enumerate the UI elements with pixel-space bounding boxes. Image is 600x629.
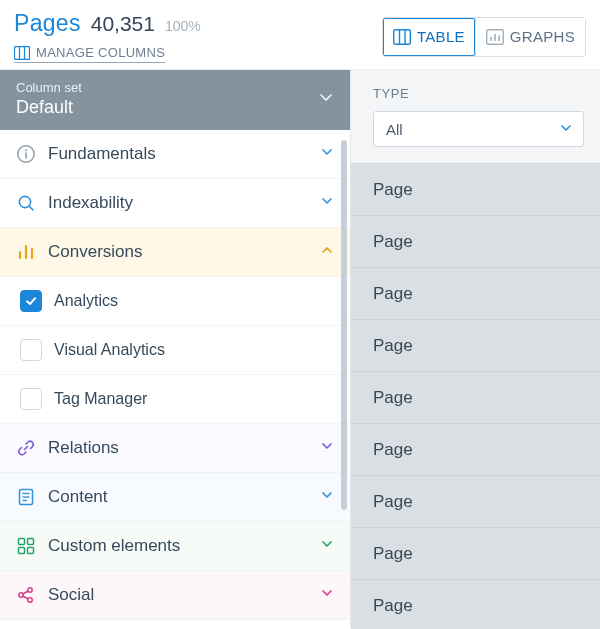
manage-columns-label: MANAGE COLUMNS [36,45,165,60]
checkbox-tag-manager[interactable]: Tag Manager [0,375,350,424]
checkbox-unchecked-icon [20,339,42,361]
link-icon [16,438,36,458]
content-pane: TYPE All Page Page Page Page Page Page P… [350,70,600,628]
header: Pages 40,351 100% MANAGE COLUMNS TABLE G… [0,0,600,69]
row-type: Page [373,284,413,304]
svg-rect-24 [19,548,25,554]
bar-chart-icon [16,242,36,262]
category-label: Indexability [48,193,308,213]
table-row[interactable]: Page [351,164,600,216]
svg-point-27 [28,588,32,592]
filter-area: TYPE All [351,70,600,163]
table-row[interactable]: Page [351,372,600,424]
svg-point-28 [28,598,32,602]
chevron-down-icon [320,585,334,605]
category-content[interactable]: Content [0,473,350,522]
svg-line-30 [23,596,28,599]
svg-rect-0 [15,46,30,59]
column-set-value: Default [16,97,318,118]
row-type: Page [373,440,413,460]
table-view-label: TABLE [417,28,465,45]
chevron-down-icon [318,89,334,109]
table-row[interactable]: Page [351,268,600,320]
type-filter-select[interactable]: All [373,111,584,147]
pages-count: 40,351 [91,12,155,36]
info-icon [16,144,36,164]
row-type: Page [373,544,413,564]
category-label: Custom elements [48,536,308,556]
row-type: Page [373,388,413,408]
category-relations[interactable]: Relations [0,424,350,473]
svg-rect-3 [394,29,411,44]
chevron-up-icon [320,242,334,262]
columns-icon [14,46,30,60]
svg-line-29 [23,591,28,594]
document-icon [16,487,36,507]
share-icon [16,585,36,605]
table-row[interactable]: Page [351,476,600,528]
table-rows: Page Page Page Page Page Page Page Page … [351,163,600,629]
title-row: Pages 40,351 100% [14,10,201,37]
category-custom-elements[interactable]: Custom elements [0,522,350,571]
type-column-header: TYPE [373,86,584,101]
table-row[interactable]: Page [351,424,600,476]
category-label: Fundamentals [48,144,308,164]
table-icon [393,29,411,45]
manage-columns-link[interactable]: MANAGE COLUMNS [14,45,165,63]
svg-rect-23 [28,539,34,545]
checkbox-visual-analytics[interactable]: Visual Analytics [0,326,350,375]
svg-line-14 [29,206,33,210]
chevron-down-icon [320,487,334,507]
scrollbar[interactable] [341,140,347,510]
grid-icon [16,536,36,556]
pages-title: Pages [14,10,81,37]
table-row[interactable]: Page [351,580,600,629]
svg-rect-22 [19,539,25,545]
table-row[interactable]: Page [351,528,600,580]
category-fundamentals[interactable]: Fundamentals [0,130,350,179]
category-social[interactable]: Social [0,571,350,620]
category-conversions[interactable]: Conversions [0,228,350,277]
category-indexability[interactable]: Indexability [0,179,350,228]
checkbox-label: Analytics [54,292,118,310]
svg-point-26 [19,593,23,597]
chevron-down-icon [320,144,334,164]
view-toggle: TABLE GRAPHS [382,17,586,57]
graphs-icon [486,29,504,45]
category-label: Conversions [48,242,308,262]
table-row[interactable]: Page [351,216,600,268]
checkbox-analytics[interactable]: Analytics [0,277,350,326]
chevron-down-icon [320,536,334,556]
row-type: Page [373,492,413,512]
row-type: Page [373,180,413,200]
category-label: Relations [48,438,308,458]
checkbox-unchecked-icon [20,388,42,410]
checkbox-label: Tag Manager [54,390,147,408]
checkbox-checked-icon [20,290,42,312]
chevron-down-icon [320,193,334,213]
category-label: Content [48,487,308,507]
checkbox-label: Visual Analytics [54,341,165,359]
graphs-view-button[interactable]: GRAPHS [475,18,585,56]
type-selected-value: All [386,121,403,138]
header-left: Pages 40,351 100% MANAGE COLUMNS [14,10,201,63]
row-type: Page [373,596,413,616]
row-type: Page [373,336,413,356]
svg-point-11 [25,149,27,151]
sidebar: Column set Default Fundamentals Indexabi… [0,70,350,628]
row-type: Page [373,232,413,252]
column-set-selector[interactable]: Column set Default [0,70,350,130]
table-view-button[interactable]: TABLE [383,18,475,56]
pages-percent: 100% [165,18,201,34]
table-row[interactable]: Page [351,320,600,372]
column-set-label: Column set [16,80,318,95]
chevron-down-icon [559,121,573,138]
category-label: Social [48,585,308,605]
search-icon [16,193,36,213]
chevron-down-icon [320,438,334,458]
svg-rect-25 [28,548,34,554]
graphs-view-label: GRAPHS [510,28,575,45]
